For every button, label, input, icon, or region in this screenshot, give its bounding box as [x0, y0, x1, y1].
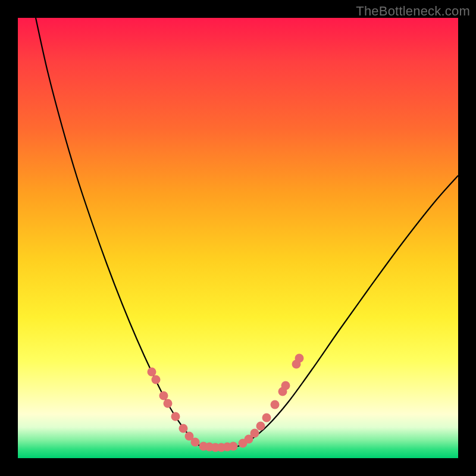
data-dot [256, 422, 265, 431]
data-dot [191, 438, 200, 447]
data-dot [281, 381, 290, 390]
curve-svg [18, 18, 458, 458]
data-dot [148, 368, 156, 377]
data-dot [179, 424, 188, 433]
data-dots [148, 354, 304, 452]
data-dot [159, 392, 168, 400]
data-dot [262, 414, 271, 422]
data-dot [171, 412, 180, 421]
chart-frame: TheBottleneck.com [0, 0, 476, 476]
data-dot [250, 429, 259, 438]
data-dot [164, 399, 173, 408]
data-dot [295, 354, 304, 363]
plot-area [18, 18, 458, 458]
watermark-text: TheBottleneck.com [356, 4, 470, 19]
curve-left [36, 18, 202, 446]
data-dot [271, 400, 280, 409]
data-dot [152, 375, 161, 384]
data-dot [229, 442, 238, 451]
